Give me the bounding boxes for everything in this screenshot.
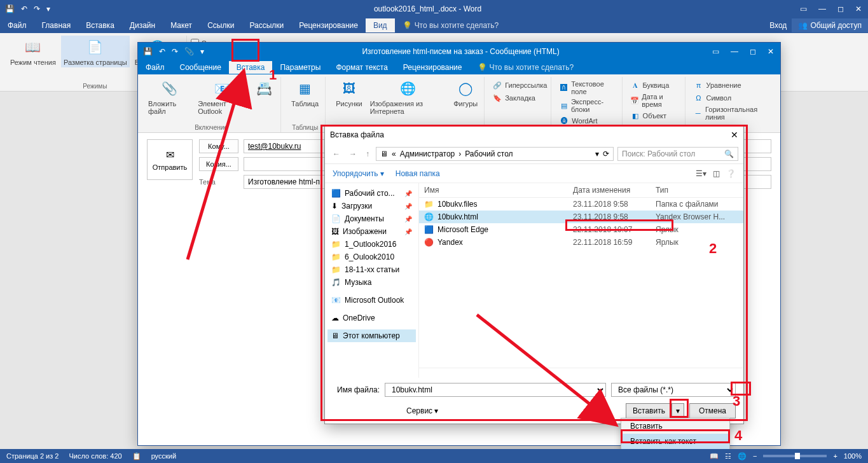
online-pictures-button[interactable]: 🌐Изображения из Интернета xyxy=(368,77,448,116)
hyperlink-button[interactable]: 🔗Гиперссылка xyxy=(492,79,547,91)
save-icon[interactable]: 💾 xyxy=(5,4,15,13)
organize-button[interactable]: Упорядочить ▾ xyxy=(333,169,384,178)
insert-button[interactable]: Вставить xyxy=(626,403,672,418)
cc-button[interactable]: Копия... xyxy=(199,157,238,171)
shapes-button[interactable]: ◯Фигуры xyxy=(451,77,480,116)
help-icon[interactable]: ❔ xyxy=(726,169,736,178)
chevron-down-icon[interactable]: ▾ xyxy=(595,149,599,158)
new-folder-button[interactable]: Новая папка xyxy=(396,169,440,178)
maximize-icon[interactable]: ◻ xyxy=(837,4,844,13)
sidebar-item[interactable]: 🖼Изображени📌 xyxy=(327,225,416,238)
redo-icon[interactable]: ↷ xyxy=(34,4,40,13)
tools-button[interactable]: Сервис ▾ xyxy=(406,406,438,415)
close-icon[interactable]: ✕ xyxy=(855,4,862,13)
filename-input[interactable]: 10bukv.html xyxy=(385,383,606,397)
horizontal-scrollbar[interactable] xyxy=(419,368,743,378)
menu-insert[interactable]: Вставить xyxy=(621,418,729,434)
tab-layout[interactable]: Макет xyxy=(163,18,200,32)
sidebar-item[interactable]: 🎵Музыка xyxy=(327,276,416,289)
ol-tab-message[interactable]: Сообщение xyxy=(172,61,229,74)
insert-dropdown-arrow[interactable]: ▾ xyxy=(672,403,684,418)
ribbon-options-icon[interactable]: ▭ xyxy=(800,4,807,13)
refresh-icon[interactable]: ⟳ xyxy=(603,149,609,158)
tab-file[interactable]: Файл xyxy=(0,18,34,32)
view-read-icon[interactable]: 📖 xyxy=(710,452,719,460)
sidebar-item[interactable]: 📁1_Outlook2016 xyxy=(327,238,416,251)
outlook-item-button[interactable]: 📧Элемент Outlook xyxy=(195,77,249,116)
sidebar-item[interactable]: ⬇Загрузки📌 xyxy=(327,200,416,212)
undo-icon[interactable]: ↶ xyxy=(21,4,27,13)
symbol-button[interactable]: ΩСимвол xyxy=(693,92,731,104)
tab-insert[interactable]: Вставка xyxy=(78,18,122,32)
word-count[interactable]: Число слов: 420 xyxy=(69,452,121,460)
ol-tab-review[interactable]: Рецензирование xyxy=(396,61,470,74)
sidebar-item[interactable]: 🖥Этот компьютер xyxy=(327,329,416,342)
table-button[interactable]: ▦Таблица xyxy=(289,77,321,109)
bookmark-button[interactable]: 🔖Закладка xyxy=(492,92,535,104)
ol-minimize-icon[interactable]: — xyxy=(731,47,738,56)
pictures-button[interactable]: 🖼Рисунки xyxy=(333,77,365,116)
sidebar-item[interactable]: 📁6_Oulook2010 xyxy=(327,251,416,263)
qat-more-icon[interactable]: ▾ xyxy=(46,4,50,13)
equation-button[interactable]: πУравнение xyxy=(693,79,741,91)
to-button[interactable]: Кому... xyxy=(199,139,238,153)
zoom-out-icon[interactable]: − xyxy=(753,452,757,460)
address-bar[interactable]: 🖥 « Администратор › Рабочий стол ▾ ⟳ xyxy=(376,147,614,161)
ol-qat-more-icon[interactable]: ▾ xyxy=(200,47,204,56)
tab-mailings[interactable]: Рассылки xyxy=(242,18,291,32)
bizcard-button[interactable]: 📇 xyxy=(251,77,277,116)
send-button[interactable]: ✉ Отправить xyxy=(147,139,193,180)
view-web-icon[interactable]: 🌐 xyxy=(738,452,747,460)
ol-save-icon[interactable]: 💾 xyxy=(143,47,153,56)
ol-tab-file[interactable]: Файл xyxy=(138,61,172,74)
zoom-slider[interactable] xyxy=(763,455,827,457)
share-button[interactable]: 👥 Общий доступ xyxy=(792,18,868,32)
file-row[interactable]: 🔴Yandex22.11.2018 16:59Ярлык xyxy=(419,236,743,249)
ol-close-icon[interactable]: ✕ xyxy=(768,47,774,56)
list-header[interactable]: Имя Дата изменения Тип xyxy=(419,183,743,198)
sidebar-item[interactable]: 📄Документы📌 xyxy=(327,212,416,225)
minimize-icon[interactable]: — xyxy=(818,4,826,13)
textbox-button[interactable]: 🅰Текстовое поле xyxy=(559,79,617,96)
preview-pane-icon[interactable]: ◫ xyxy=(713,169,720,178)
search-input[interactable]: Поиск: Рабочий стол 🔍 xyxy=(617,147,738,161)
read-mode-button[interactable]: 📖Режим чтения xyxy=(8,36,59,67)
sidebar-item[interactable]: 📧Microsoft Outlook xyxy=(327,294,416,307)
hr-button[interactable]: ─Горизонтальная линия xyxy=(693,105,773,121)
ol-maximize-icon[interactable]: ◻ xyxy=(750,47,756,56)
view-options-icon[interactable]: ☰▾ xyxy=(696,169,706,178)
language-indicator[interactable]: русский xyxy=(151,452,176,460)
nav-back-icon[interactable]: ← xyxy=(330,148,343,160)
tab-references[interactable]: Ссылки xyxy=(200,18,242,32)
file-row[interactable]: 🌐10bukv.html23.11.2018 9:58Yandex Browse… xyxy=(419,211,743,223)
object-button[interactable]: ◧Объект xyxy=(630,110,666,121)
dropcap-button[interactable]: 𝐀Буквица xyxy=(630,79,670,91)
ol-tab-insert[interactable]: Вставка xyxy=(229,61,273,74)
view-print-icon[interactable]: ☷ xyxy=(725,452,731,460)
zoom-level[interactable]: 100% xyxy=(844,452,862,460)
page-layout-button[interactable]: 📄Разметка страницы xyxy=(61,36,130,67)
ol-tab-format[interactable]: Формат текста xyxy=(328,61,395,74)
ol-redo-icon[interactable]: ↷ xyxy=(172,47,178,56)
sign-in[interactable]: Вход xyxy=(769,21,792,30)
datetime-button[interactable]: 📅Дата и время xyxy=(630,92,682,109)
ol-attach-icon[interactable]: 📎 xyxy=(184,47,194,56)
file-row[interactable]: 🟦Microsoft Edge22.11.2018 10:07Ярлык xyxy=(419,223,743,236)
proofing-icon[interactable]: 📋 xyxy=(132,452,141,460)
zoom-in-icon[interactable]: + xyxy=(833,452,837,460)
tab-review[interactable]: Рецензирование xyxy=(291,18,366,32)
attach-file-button[interactable]: 📎Вложить файл xyxy=(146,77,193,116)
tell-me[interactable]: 💡 Что вы хотите сделать? xyxy=(403,21,499,30)
cancel-button[interactable]: Отмена xyxy=(689,403,736,418)
menu-insert-as-text[interactable]: Вставить как текст xyxy=(621,434,729,449)
ol-ribbon-opts-icon[interactable]: ▭ xyxy=(712,47,719,56)
ol-undo-icon[interactable]: ↶ xyxy=(159,47,165,56)
tab-design[interactable]: Дизайн xyxy=(122,18,163,32)
nav-fwd-icon[interactable]: → xyxy=(347,148,359,160)
filetype-select[interactable]: Все файлы (*.*) xyxy=(611,383,736,397)
sidebar-item[interactable]: 📁18-11-xx статьи xyxy=(327,263,416,276)
file-row[interactable]: 📁10bukv.files23.11.2018 9:58Папка с файл… xyxy=(419,198,743,211)
sidebar-item[interactable]: 🟦Рабочий сто...📌 xyxy=(327,187,416,200)
sidebar-item[interactable]: ☁OneDrive xyxy=(327,312,416,324)
ol-tell-me[interactable]: 💡 Что вы хотите сделать? xyxy=(478,63,574,72)
